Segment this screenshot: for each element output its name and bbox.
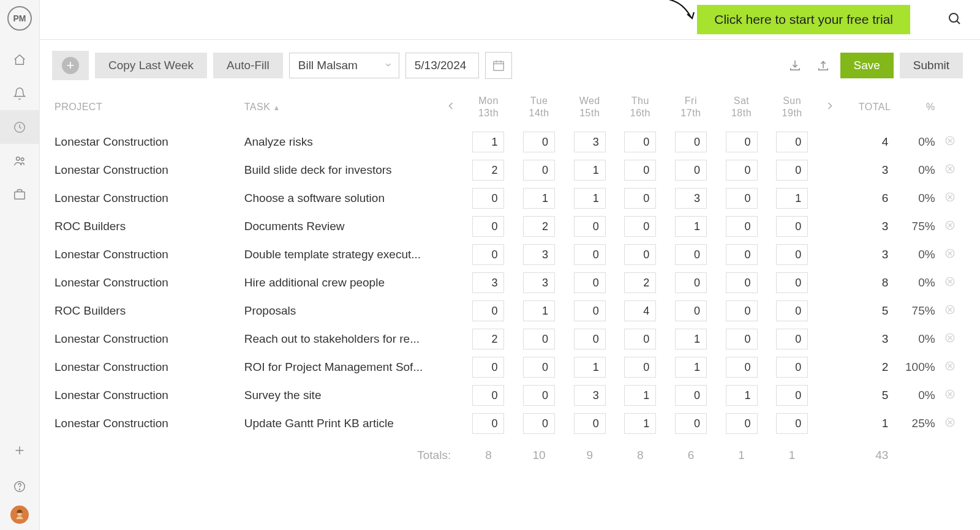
hours-input[interactable]	[675, 188, 707, 209]
hours-input[interactable]	[726, 216, 758, 237]
nav-team-icon[interactable]	[0, 144, 40, 177]
delete-row-button[interactable]	[938, 325, 963, 353]
hours-input[interactable]	[675, 329, 707, 349]
hours-input[interactable]	[523, 385, 555, 406]
hours-input[interactable]	[472, 413, 504, 434]
hours-input[interactable]	[726, 329, 758, 349]
hours-input[interactable]	[472, 329, 504, 349]
hours-input[interactable]	[472, 188, 504, 209]
hours-input[interactable]	[624, 413, 656, 434]
hours-input[interactable]	[675, 357, 707, 378]
hours-input[interactable]	[574, 357, 606, 378]
hours-input[interactable]	[675, 216, 707, 237]
hours-input[interactable]	[675, 385, 707, 406]
hours-input[interactable]	[624, 188, 656, 209]
hours-input[interactable]	[726, 272, 758, 293]
hours-input[interactable]	[624, 244, 656, 265]
hours-input[interactable]	[776, 132, 808, 152]
hours-input[interactable]	[574, 300, 606, 321]
date-input[interactable]: 5/13/2024	[405, 53, 479, 78]
delete-row-button[interactable]	[938, 269, 963, 297]
hours-input[interactable]	[776, 272, 808, 293]
hours-input[interactable]	[726, 300, 758, 321]
hours-input[interactable]	[574, 132, 606, 152]
hours-input[interactable]	[726, 244, 758, 265]
hours-input[interactable]	[472, 160, 504, 181]
hours-input[interactable]	[574, 413, 606, 434]
hours-input[interactable]	[574, 244, 606, 265]
nav-portfolio-icon[interactable]	[0, 177, 40, 211]
hours-input[interactable]	[776, 385, 808, 406]
hours-input[interactable]	[726, 188, 758, 209]
delete-row-button[interactable]	[938, 128, 963, 156]
hours-input[interactable]	[726, 132, 758, 152]
hours-input[interactable]	[624, 329, 656, 349]
hours-input[interactable]	[776, 413, 808, 434]
hours-input[interactable]	[523, 188, 555, 209]
calendar-icon[interactable]	[485, 52, 512, 79]
hours-input[interactable]	[472, 132, 504, 152]
add-row-button[interactable]: +	[52, 51, 89, 80]
hours-input[interactable]	[523, 244, 555, 265]
hours-input[interactable]	[472, 216, 504, 237]
hours-input[interactable]	[574, 160, 606, 181]
nav-help-icon[interactable]	[0, 469, 40, 503]
hours-input[interactable]	[776, 357, 808, 378]
hours-input[interactable]	[726, 160, 758, 181]
hours-input[interactable]	[523, 132, 555, 152]
hours-input[interactable]	[675, 300, 707, 321]
hours-input[interactable]	[523, 300, 555, 321]
nav-notifications-icon[interactable]	[0, 77, 40, 110]
hours-input[interactable]	[523, 216, 555, 237]
hours-input[interactable]	[624, 385, 656, 406]
hours-input[interactable]	[574, 216, 606, 237]
hours-input[interactable]	[726, 413, 758, 434]
avatar[interactable]	[10, 506, 29, 524]
hours-input[interactable]	[472, 357, 504, 378]
hours-input[interactable]	[726, 357, 758, 378]
hours-input[interactable]	[523, 413, 555, 434]
delete-row-button[interactable]	[938, 381, 963, 409]
submit-button[interactable]: Submit	[900, 53, 963, 78]
hours-input[interactable]	[574, 329, 606, 349]
auto-fill-button[interactable]: Auto-Fill	[213, 53, 283, 78]
hours-input[interactable]	[776, 329, 808, 349]
save-button[interactable]: Save	[840, 53, 894, 78]
hours-input[interactable]	[472, 244, 504, 265]
nav-add-icon[interactable]	[0, 433, 40, 467]
hours-input[interactable]	[776, 244, 808, 265]
hours-input[interactable]	[624, 300, 656, 321]
hours-input[interactable]	[726, 385, 758, 406]
next-week-button[interactable]	[817, 91, 842, 128]
prev-week-button[interactable]	[438, 91, 463, 128]
delete-row-button[interactable]	[938, 212, 963, 241]
nav-home-icon[interactable]	[0, 43, 40, 77]
hours-input[interactable]	[776, 300, 808, 321]
hours-input[interactable]	[675, 272, 707, 293]
delete-row-button[interactable]	[938, 409, 963, 438]
user-select[interactable]: Bill Malsam	[289, 53, 399, 78]
hours-input[interactable]	[472, 300, 504, 321]
hours-input[interactable]	[675, 413, 707, 434]
copy-last-week-button[interactable]: Copy Last Week	[95, 53, 207, 78]
free-trial-cta[interactable]: Click here to start your free trial	[697, 5, 910, 34]
col-project[interactable]: PROJECT	[52, 91, 242, 128]
hours-input[interactable]	[523, 160, 555, 181]
import-icon[interactable]	[784, 54, 806, 77]
hours-input[interactable]	[472, 272, 504, 293]
export-icon[interactable]	[812, 54, 834, 77]
hours-input[interactable]	[624, 272, 656, 293]
hours-input[interactable]	[574, 272, 606, 293]
hours-input[interactable]	[675, 244, 707, 265]
hours-input[interactable]	[472, 385, 504, 406]
hours-input[interactable]	[624, 132, 656, 152]
search-icon[interactable]	[947, 11, 962, 29]
hours-input[interactable]	[776, 160, 808, 181]
hours-input[interactable]	[523, 329, 555, 349]
hours-input[interactable]	[574, 385, 606, 406]
delete-row-button[interactable]	[938, 156, 963, 184]
delete-row-button[interactable]	[938, 241, 963, 269]
hours-input[interactable]	[624, 216, 656, 237]
hours-input[interactable]	[523, 272, 555, 293]
delete-row-button[interactable]	[938, 353, 963, 381]
